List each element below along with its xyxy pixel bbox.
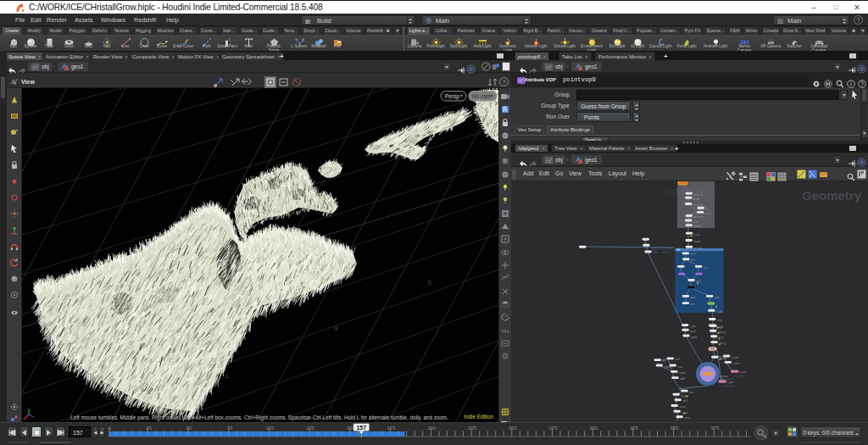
svg-text:f_exp: f_exp [690,325,696,328]
svg-text:restP: restP [691,253,696,256]
svg-text:spawn_pts: spawn_pts [722,385,733,387]
svg-text:scatter: scatter [733,362,740,365]
svg-text:clamp1: clamp1 [693,240,701,243]
svg-text:mult: mult [691,303,695,306]
svg-text:157: 157 [356,425,366,431]
svg-text:wire_out: wire_out [735,375,745,377]
svg-text:350: 350 [670,426,680,431]
svg-text:25: 25 [146,426,152,431]
svg-text:9: 9 [334,325,338,332]
svg-text:dist: dist [663,359,666,363]
svg-text:mix2: mix2 [683,399,688,403]
svg-text:turb1: turb1 [693,220,698,224]
svg-text:global: global [691,336,697,339]
svg-text:grow_solver: grow_solver [721,378,735,381]
svg-text:200: 200 [427,426,437,431]
svg-text:Indie Edition: Indie Edition [464,414,493,420]
svg-text:addP: addP [680,377,685,381]
svg-text:out_g: out_g [685,416,691,420]
svg-text:125: 125 [306,426,315,431]
svg-text:accum: accum [680,406,687,409]
svg-text:fit1: fit1 [705,208,709,211]
svg-text:param: param [690,330,696,333]
svg-text:100: 100 [265,426,275,431]
svg-text:noise_off: noise_off [693,203,703,207]
svg-text:325: 325 [630,426,639,431]
svg-text:len1: len1 [691,259,695,262]
svg-text:bindA: bindA [693,197,699,201]
svg-text:275: 275 [548,426,558,431]
svg-text:if_gen: if_gen [716,310,723,314]
svg-text:snippet: snippet [665,365,672,369]
svg-text:S: S [427,279,431,286]
svg-text:250: 250 [509,426,518,431]
svg-text:mult_f: mult_f [705,212,711,215]
svg-text:attrib_val: attrib_val [693,193,703,197]
svg-text:Geometry: Geometry [802,188,862,203]
svg-text:225: 225 [468,426,477,431]
svg-text:noise_g: noise_g [718,331,726,334]
svg-text:twist: twist [689,391,693,394]
svg-text:const: const [717,319,722,322]
svg-text:Left mouse tumbles. Middle pan: Left mouse tumbles. Middle pans. Right d… [70,414,448,421]
svg-text:normal: normal [679,371,686,375]
svg-text:cross: cross [678,365,684,369]
svg-text:No cam: No cam [472,93,491,99]
svg-text:375: 375 [710,426,720,431]
svg-text:add_noise: add_noise [693,215,704,219]
svg-text:fit_vec: fit_vec [693,233,700,236]
svg-text:300: 300 [589,426,598,431]
svg-text:rand: rand [676,358,681,361]
svg-text:175: 175 [387,426,397,431]
svg-text:out_bind: out_bind [693,247,703,250]
svg-text:50: 50 [186,426,192,431]
svg-text:ramp: ramp [715,296,720,299]
svg-text:Persp: Persp [445,93,459,100]
svg-text:pow1: pow1 [691,296,697,299]
svg-text:combine: combine [693,225,702,228]
svg-text:75: 75 [226,426,232,431]
svg-text:i@pts = npts(0);: i@pts = npts(0); [653,251,672,253]
svg-text:L: L [225,372,230,380]
svg-text:p_rand: p_rand [732,356,739,359]
svg-text:1: 1 [108,426,112,431]
svg-text:fit_b: fit_b [704,266,708,270]
